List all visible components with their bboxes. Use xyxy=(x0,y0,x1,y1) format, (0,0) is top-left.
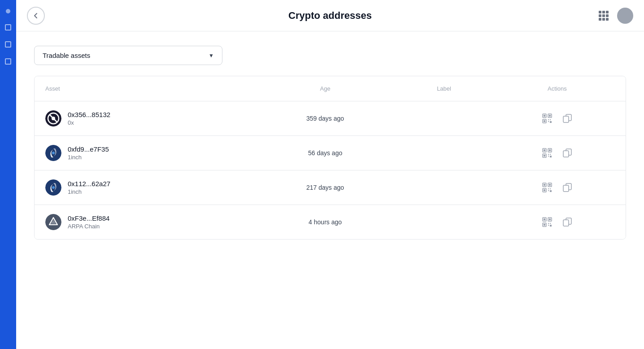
asset-icon-0 xyxy=(45,110,61,127)
svg-rect-10 xyxy=(548,119,549,120)
qr-code-button-1[interactable] xyxy=(540,146,554,160)
svg-rect-38 xyxy=(548,188,549,189)
svg-rect-27 xyxy=(550,156,552,157)
svg-rect-41 xyxy=(550,190,552,192)
asset-symbol-2: 1inch xyxy=(68,188,110,195)
table-row: 0x112...62a27 1inch 217 days ago xyxy=(35,170,626,205)
sidebar-item-2 xyxy=(5,24,11,31)
asset-info-0: 0x356...85132 0x xyxy=(68,111,110,126)
svg-rect-33 xyxy=(544,184,545,186)
grid-menu-button[interactable] xyxy=(596,8,612,24)
col-header-asset: Asset xyxy=(35,76,251,101)
asset-info-2: 0x112...62a27 1inch xyxy=(68,180,110,195)
svg-rect-52 xyxy=(544,224,545,226)
asset-address-2: 0x112...62a27 xyxy=(68,180,110,188)
qr-code-button-0[interactable] xyxy=(540,112,554,125)
svg-rect-19 xyxy=(544,149,545,151)
col-header-label: Label xyxy=(399,76,489,101)
qr-code-button-3[interactable] xyxy=(540,215,554,229)
age-cell-1: 56 days ago xyxy=(251,136,399,170)
actions-cell-1 xyxy=(489,136,626,170)
sidebar-item-1 xyxy=(6,9,10,13)
asset-address-1: 0xfd9...e7F35 xyxy=(68,145,109,153)
age-cell-2: 217 days ago xyxy=(251,170,399,205)
copy-address-button-2[interactable] xyxy=(561,181,574,194)
asset-symbol-1: 1inch xyxy=(68,154,109,161)
svg-rect-24 xyxy=(548,154,549,155)
svg-rect-9 xyxy=(544,120,545,122)
svg-rect-55 xyxy=(548,225,549,226)
table-header: Asset Age Label Actions xyxy=(35,76,626,101)
sidebar xyxy=(0,0,16,349)
table: Asset Age Label Actions 0x356...85132 0x xyxy=(35,76,626,239)
svg-rect-12 xyxy=(548,121,549,122)
main-content: Crypto addresses Tradable assets ▼ xyxy=(16,0,644,349)
copy-address-button-1[interactable] xyxy=(561,147,574,159)
svg-rect-7 xyxy=(549,115,551,117)
asset-icon-1 xyxy=(45,145,61,161)
user-avatar[interactable] xyxy=(617,8,633,24)
col-header-age: Age xyxy=(251,76,399,101)
grid-icon xyxy=(599,11,609,21)
back-button[interactable] xyxy=(27,7,45,25)
label-cell-1 xyxy=(399,136,489,170)
svg-rect-58 xyxy=(563,220,569,226)
svg-point-17 xyxy=(52,152,55,154)
svg-point-3 xyxy=(52,117,55,120)
svg-rect-39 xyxy=(550,188,551,189)
svg-rect-29 xyxy=(563,151,569,157)
copy-address-button-0[interactable] xyxy=(561,112,574,125)
svg-rect-48 xyxy=(544,218,545,220)
asset-address-0: 0x356...85132 xyxy=(68,111,110,118)
asset-cell-0: 0x356...85132 0x xyxy=(35,101,251,136)
header-right xyxy=(596,8,633,24)
page-title: Crypto addresses xyxy=(288,10,372,21)
table-body: 0x356...85132 0x 359 days ago xyxy=(35,101,626,240)
qr-code-button-2[interactable] xyxy=(540,181,554,194)
asset-info-1: 0xfd9...e7F35 1inch xyxy=(68,145,109,161)
svg-rect-11 xyxy=(550,119,551,120)
svg-rect-54 xyxy=(550,223,551,224)
crypto-addresses-table: Asset Age Label Actions 0x356...85132 0x xyxy=(34,76,626,240)
actions-cell-3 xyxy=(489,205,626,240)
svg-rect-13 xyxy=(550,121,552,123)
actions-cell-2 xyxy=(489,170,626,205)
svg-rect-35 xyxy=(549,184,551,186)
sidebar-item-3 xyxy=(5,41,11,48)
copy-address-button-3[interactable] xyxy=(561,216,574,228)
svg-rect-50 xyxy=(549,218,551,220)
sidebar-item-4 xyxy=(5,58,11,65)
svg-rect-26 xyxy=(548,156,549,157)
asset-symbol-0: 0x xyxy=(68,119,110,126)
age-cell-3: 4 hours ago xyxy=(251,205,399,240)
svg-rect-56 xyxy=(550,225,552,227)
svg-rect-40 xyxy=(548,190,549,191)
svg-rect-25 xyxy=(550,154,551,155)
label-cell-2 xyxy=(399,170,489,205)
header: Crypto addresses xyxy=(16,0,644,31)
age-cell-0: 359 days ago xyxy=(251,101,399,136)
col-header-actions: Actions xyxy=(489,76,626,101)
asset-cell-3: 0xF3e...Ef884 ARPA Chain xyxy=(35,205,251,240)
asset-icon-3 xyxy=(45,214,61,230)
label-cell-0 xyxy=(399,101,489,136)
svg-point-31 xyxy=(52,186,55,189)
asset-cell-2: 0x112...62a27 1inch xyxy=(35,170,251,205)
tradable-assets-dropdown[interactable]: Tradable assets ▼ xyxy=(34,46,222,65)
asset-address-3: 0xF3e...Ef884 xyxy=(68,214,109,222)
svg-rect-53 xyxy=(548,223,549,224)
actions-cell-0 xyxy=(489,101,626,136)
filter-dropdown-container: Tradable assets ▼ xyxy=(34,46,626,65)
asset-cell-1: 0xfd9...e7F35 1inch xyxy=(35,136,251,170)
content-area: Tradable assets ▼ Asset Age Label Action… xyxy=(16,31,644,349)
asset-info-3: 0xF3e...Ef884 ARPA Chain xyxy=(68,214,109,230)
label-cell-3 xyxy=(399,205,489,240)
svg-rect-21 xyxy=(549,149,551,151)
dropdown-label: Tradable assets xyxy=(43,52,90,59)
svg-rect-23 xyxy=(544,155,545,157)
svg-rect-43 xyxy=(563,185,569,192)
svg-rect-5 xyxy=(544,115,545,117)
table-row: 0xfd9...e7F35 1inch 56 days ago xyxy=(35,136,626,170)
chevron-down-icon: ▼ xyxy=(209,52,214,59)
svg-rect-37 xyxy=(544,189,545,191)
